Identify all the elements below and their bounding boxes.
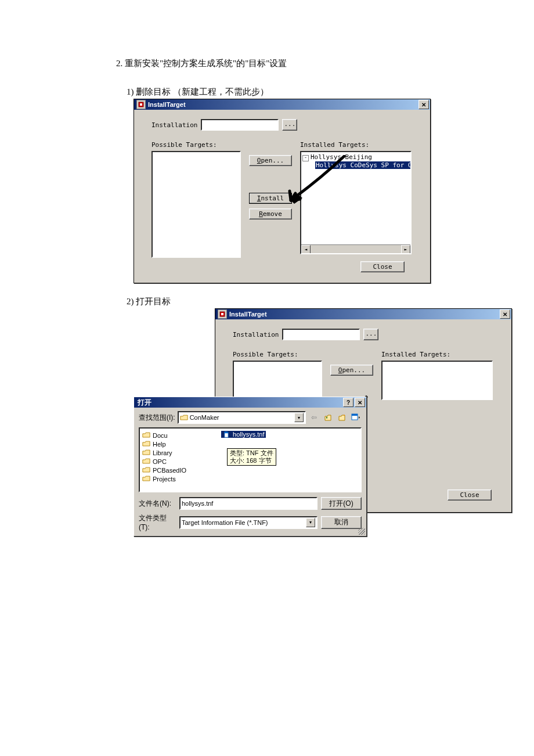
chevron-down-icon[interactable]: ▾ bbox=[306, 518, 315, 527]
installed-targets-tree[interactable]: -Hollysys Beijing Hollysys CoDeSys SP fo… bbox=[300, 151, 412, 254]
remove-button[interactable]: Remove bbox=[249, 208, 292, 219]
browse-button[interactable]: ... bbox=[363, 329, 378, 340]
title-text: InstallTarget bbox=[148, 101, 186, 108]
possible-targets-list[interactable] bbox=[151, 151, 241, 258]
svg-rect-5 bbox=[352, 414, 358, 416]
installed-targets-tree[interactable] bbox=[381, 361, 493, 400]
open-file-button[interactable]: 打开(O) bbox=[321, 497, 362, 510]
install-button[interactable]: Install bbox=[249, 193, 292, 204]
new-folder-icon[interactable] bbox=[336, 412, 348, 423]
filetype-label: 文件类型(T): bbox=[139, 513, 176, 531]
svg-rect-3 bbox=[221, 313, 223, 315]
list-item[interactable]: OPC bbox=[142, 457, 186, 466]
scroll-left-icon[interactable]: ◄ bbox=[301, 245, 311, 254]
browse-button[interactable]: ... bbox=[282, 119, 297, 131]
list-item[interactable]: Help bbox=[142, 440, 186, 448]
substep-1: 1) 删除目标 （新建工程，不需此步） bbox=[127, 87, 482, 98]
filetype-dropdown[interactable]: Target Information File (*.TNF) ▾ bbox=[179, 516, 317, 529]
titlebar[interactable]: InstallTarget ✕ bbox=[134, 99, 430, 110]
installed-targets-label: Installed Targets: bbox=[300, 141, 412, 149]
view-menu-icon[interactable] bbox=[350, 412, 362, 423]
collapse-icon[interactable]: - bbox=[302, 155, 309, 161]
close-icon[interactable]: ✕ bbox=[355, 398, 365, 407]
close-button[interactable]: Close bbox=[448, 489, 492, 501]
installed-targets-label: Installed Targets: bbox=[381, 351, 493, 358]
back-icon[interactable]: ⇦ bbox=[308, 412, 320, 423]
horizontal-scrollbar[interactable]: ◄ ► bbox=[301, 244, 410, 253]
installation-input[interactable] bbox=[282, 329, 360, 340]
installation-label: Installation bbox=[151, 121, 197, 129]
svg-rect-1 bbox=[140, 103, 142, 106]
installation-label: Installation bbox=[233, 331, 279, 339]
tree-root[interactable]: -Hollysys Beijing bbox=[302, 153, 409, 161]
close-icon[interactable]: ✕ bbox=[500, 309, 510, 319]
app-icon bbox=[218, 309, 227, 319]
list-item[interactable]: Docu bbox=[142, 431, 186, 440]
install-target-dialog-1: InstallTarget ✕ Installation ... Possibl… bbox=[134, 99, 431, 283]
open-button[interactable]: Open... bbox=[330, 365, 373, 376]
chevron-down-icon[interactable]: ▾ bbox=[294, 413, 304, 422]
possible-targets-list[interactable] bbox=[233, 361, 322, 398]
step-heading: 2. 重新安装"控制方案生成系统"的"目标"设置 bbox=[116, 58, 482, 69]
up-folder-icon[interactable] bbox=[322, 412, 334, 423]
substep-2: 2) 打开目标 bbox=[127, 296, 482, 307]
close-icon[interactable]: ✕ bbox=[418, 100, 429, 109]
filename-input[interactable]: hollysys.tnf bbox=[179, 497, 317, 510]
filename-label: 文件名(N): bbox=[139, 499, 176, 509]
lookin-dropdown[interactable]: ConMaker ▾ bbox=[178, 411, 306, 424]
installation-input[interactable] bbox=[201, 119, 279, 131]
folder-open-icon bbox=[180, 415, 188, 421]
close-button[interactable]: Close bbox=[360, 261, 405, 272]
app-icon bbox=[136, 100, 146, 109]
list-item[interactable]: Library bbox=[142, 448, 186, 457]
file-list[interactable]: Docu Help Library OPC PCBasedIO Projects… bbox=[139, 427, 362, 492]
open-titlebar[interactable]: 打开 ? ✕ bbox=[134, 397, 366, 408]
scroll-right-icon[interactable]: ► bbox=[401, 245, 410, 254]
open-title-text: 打开 bbox=[138, 398, 151, 408]
possible-targets-label: Possible Targets: bbox=[233, 351, 322, 358]
file-tooltip: 类型: TNF 文件 大小: 168 字节 bbox=[227, 448, 276, 466]
resize-grip-icon[interactable] bbox=[358, 528, 365, 535]
lookin-label: 查找范围(I): bbox=[139, 413, 175, 423]
possible-targets-label: Possible Targets: bbox=[151, 141, 241, 149]
list-item[interactable]: PCBasedIO bbox=[142, 466, 186, 474]
svg-rect-6 bbox=[225, 431, 228, 433]
list-item[interactable]: Projects bbox=[142, 474, 186, 483]
open-button[interactable]: Open... bbox=[249, 155, 292, 166]
help-icon[interactable]: ? bbox=[343, 398, 353, 407]
selected-file[interactable]: hollysys.tnf bbox=[221, 431, 265, 438]
titlebar[interactable]: InstallTarget ✕ bbox=[215, 309, 511, 319]
tree-child[interactable]: Hollysys CoDeSys SP for Q bbox=[302, 161, 409, 169]
title-text: InstallTarget bbox=[229, 311, 267, 318]
cancel-button[interactable]: 取消 bbox=[321, 516, 362, 529]
file-open-dialog: 打开 ? ✕ 查找范围(I): ConMaker ▾ ⇦ bbox=[134, 397, 367, 537]
